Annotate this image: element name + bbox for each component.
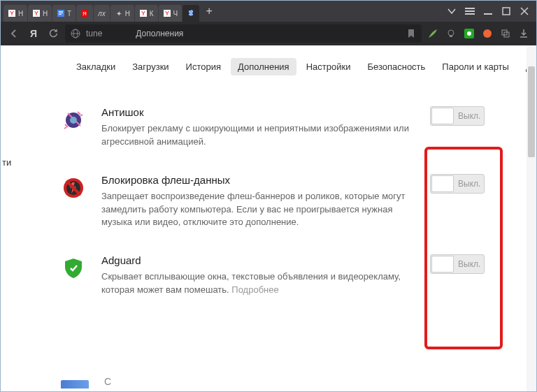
toggle-label: Выкл. <box>458 179 480 189</box>
svg-text:Y: Y <box>34 10 38 17</box>
addon-row: Блокировка флеш-данных Запрещает воспрои… <box>61 164 527 245</box>
svg-text:Я: Я <box>83 10 87 17</box>
nav-tab-security[interactable]: Безопасность <box>360 58 432 75</box>
nav-tab-history[interactable]: История <box>179 58 228 75</box>
toggle-knob <box>431 256 454 273</box>
new-tab-button[interactable]: + <box>200 1 218 22</box>
addon-description: Блокирует рекламу с шокирующими и неприя… <box>101 122 409 149</box>
browser-tab[interactable]: Я <box>76 5 93 22</box>
yandex-icon: Y <box>139 9 148 17</box>
url-page-title: Дополнения <box>136 29 183 38</box>
page-content: Закладки Загрузки История Дополнения Нас… <box>1 45 536 391</box>
addon-title: Блокировка флеш-данных <box>101 174 409 186</box>
address-bar: Я tune Дополнения <box>1 22 536 45</box>
scrollbar[interactable] <box>527 45 536 391</box>
browser-tab[interactable]: YК <box>135 5 158 22</box>
url-path: tune <box>86 29 102 38</box>
svg-rect-15 <box>465 10 475 12</box>
svg-rect-16 <box>465 13 475 15</box>
maximize-button[interactable] <box>497 1 515 22</box>
minimize-button[interactable] <box>479 1 497 22</box>
toggle-label: Выкл. <box>458 111 480 121</box>
extension-orange-icon[interactable] <box>480 27 494 41</box>
svg-text:Y: Y <box>165 10 169 17</box>
bookmark-icon[interactable] <box>406 29 416 38</box>
addon-toggle[interactable]: Выкл. <box>430 174 485 194</box>
toggle-label: Выкл. <box>458 259 480 269</box>
svg-rect-18 <box>503 8 510 15</box>
svg-rect-14 <box>465 8 475 9</box>
browser-tab[interactable]: лх <box>94 5 110 22</box>
lightbulb-icon[interactable] <box>444 27 458 41</box>
browser-tab[interactable]: YН <box>3 5 27 22</box>
svg-rect-6 <box>59 13 63 13</box>
svg-point-30 <box>70 117 77 124</box>
globe-icon <box>71 29 80 38</box>
svg-point-26 <box>483 29 492 38</box>
toggle-knob <box>431 175 454 192</box>
addon-description: Скрывает всплывающие окна, текстовые объ… <box>101 270 409 297</box>
browser-tab[interactable]: Т <box>52 5 76 22</box>
browser-tab[interactable]: YЧ <box>159 5 182 22</box>
cut-text: С <box>104 376 111 387</box>
reload-button[interactable] <box>45 26 61 41</box>
addon-title: Антишок <box>101 106 409 118</box>
yandex-icon: Y <box>8 9 16 17</box>
nav-tab-downloads[interactable]: Загрузки <box>125 58 176 75</box>
nav-tab-other[interactable]: Дру <box>519 58 527 75</box>
svg-rect-5 <box>59 11 63 12</box>
toggle-knob <box>431 108 454 124</box>
addon-row: Антишок Блокирует рекламу с шокирующими … <box>61 96 527 164</box>
left-cut-text: ти <box>2 157 11 168</box>
yandex-icon: Я <box>80 9 89 17</box>
menu-icon[interactable] <box>461 1 479 22</box>
nav-tab-settings[interactable]: Настройки <box>299 58 358 75</box>
copy-icon[interactable] <box>499 27 513 41</box>
browser-tab[interactable]: YН <box>28 5 52 22</box>
browser-tab-active[interactable] <box>182 5 199 22</box>
puzzle-icon <box>187 9 195 17</box>
extension-green-icon[interactable] <box>462 27 476 41</box>
svg-text:Y: Y <box>10 10 14 17</box>
cut-addon-icon <box>61 380 89 389</box>
browser-titlebar: YН YН Т Я лх ✦Н YК YЧ + <box>1 1 536 22</box>
flashblock-icon <box>61 175 86 201</box>
svg-point-25 <box>467 31 471 36</box>
addon-description: Запрещает воспроизведение флеш-баннеров … <box>101 190 409 230</box>
scrollbar-thumb[interactable] <box>528 66 535 157</box>
yandex-icon: Y <box>32 9 41 17</box>
url-input[interactable]: tune Дополнения <box>65 24 422 43</box>
tabs-overview-icon[interactable] <box>443 1 461 22</box>
addon-title: Adguard <box>101 254 409 266</box>
star-icon: ✦ <box>115 9 123 17</box>
close-button[interactable] <box>515 1 534 22</box>
nav-tab-addons[interactable]: Дополнения <box>231 58 296 75</box>
svg-rect-7 <box>59 14 62 15</box>
addon-toggle[interactable]: Выкл. <box>430 106 485 126</box>
antishock-icon <box>61 108 86 133</box>
doc-icon <box>57 9 65 17</box>
nav-tab-passwords[interactable]: Пароли и карты <box>435 58 516 75</box>
yandex-icon: Y <box>163 9 171 17</box>
feather-icon[interactable] <box>426 27 440 41</box>
nav-tab-bookmarks[interactable]: Закладки <box>69 58 122 75</box>
downloads-icon[interactable] <box>517 27 531 41</box>
addon-toggle[interactable]: Выкл. <box>430 254 485 274</box>
back-button[interactable] <box>6 26 22 41</box>
svg-text:Y: Y <box>141 10 145 17</box>
svg-point-22 <box>448 30 454 36</box>
svg-rect-23 <box>450 36 452 37</box>
addons-list: Антишок Блокирует рекламу с шокирующими … <box>1 85 527 312</box>
addon-more-link[interactable]: Подробнее <box>231 284 278 295</box>
browser-tab[interactable]: ✦Н <box>110 5 134 22</box>
addon-row: Adguard Скрывает всплывающие окна, текст… <box>61 245 527 312</box>
yandex-home-icon[interactable]: Я <box>26 26 41 41</box>
adguard-icon <box>61 256 86 281</box>
svg-rect-17 <box>484 13 492 15</box>
settings-nav: Закладки Загрузки История Дополнения Нас… <box>1 45 527 85</box>
